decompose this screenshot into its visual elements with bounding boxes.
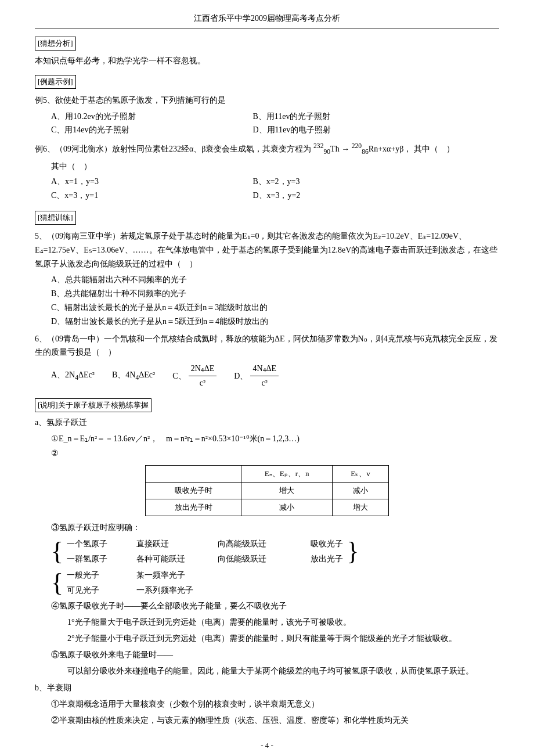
brace-group1-content: 一个氢原子 直接跃迁 向高能级跃迁 吸收光子 一群氢原子 各种可能跃迁 向低能级…	[67, 537, 343, 566]
brace-group2-content: 一般光子 某一频率光子 可见光子 一系列频率光子	[67, 568, 193, 597]
brace2-r2-c1: 可见光子	[67, 584, 113, 597]
note3: ③氢原子跃迁时应明确：	[51, 521, 499, 535]
note4-2: 2°光子能量小于电子跃迁到无穷远处（电离）需要的能量时，则只有能量等于两个能级差…	[67, 632, 499, 646]
brace-row1: 一个氢原子 直接跃迁 向高能级跃迁 吸收光子	[67, 537, 343, 551]
formula2: ②	[51, 447, 499, 460]
q6-option-c: C、x=3，y=1	[51, 189, 252, 203]
brace2-row2: 可见光子 一系列频率光子	[67, 584, 193, 597]
table-absorb-col3: 减小	[332, 483, 388, 499]
section-liti-label: [例题示例]	[35, 71, 499, 90]
q5-option-c: C、用14ev的光子照射	[51, 123, 252, 137]
q5-question: 例5、欲使处于基态的氢原子激发，下列措施可行的是	[35, 93, 499, 107]
train-q5-option-d: D、辐射出波长最长的光子是从n＝5跃迁到n＝4能级时放出的	[51, 315, 499, 329]
brace-group1: { 一个氢原子 直接跃迁 向高能级跃迁 吸收光子 一群氢原子 各种可能跃迁 向低…	[51, 537, 499, 566]
q6-opt-d: D、 4N₄ΔE c²	[234, 362, 279, 390]
page-title: 江西省乐平中学2009届物理高考考点分析	[35, 12, 499, 28]
b2: ②半衰期由核的性质来决定，与该元素的物理性质（状态、压强、温度、密度等）和化学性…	[51, 714, 499, 728]
table-col3: Eₖ、v	[332, 466, 388, 483]
q6-option-d: D、x=3，y=2	[252, 189, 454, 203]
note5: ⑤氢原子吸收外来电子能量时——	[51, 648, 499, 662]
b-label: b、半衰期	[35, 681, 499, 695]
brace-r1-c3: 向高能级跃迁	[218, 537, 287, 551]
b1: ①半衰期概念适用于大量核衰变（少数个别的核衰变时，谈半衰期无意义）	[51, 697, 499, 711]
train-q5-option-a: A、总共能辐射出六种不同频率的光子	[51, 273, 499, 287]
brace2-r2-c2: 一系列频率光子	[136, 584, 193, 597]
q5-option-b: B、用11ev的光子照射	[252, 110, 454, 124]
table-row-absorb: 吸收光子时 增大 减小	[146, 483, 389, 499]
section-caixiang-fenxi-label: [猜想分析]	[35, 33, 499, 52]
example-q5: 例5、欲使处于基态的氢原子激发，下列措施可行的是 A、用10.2ev的光子照射 …	[35, 93, 499, 137]
brace2-r1-c2: 某一频率光子	[136, 568, 185, 582]
brace-r1-c4: 吸收光子	[311, 537, 343, 551]
q6-opt-b: B、4N4ΔEc²	[112, 368, 155, 384]
brace-group2: { 一般光子 某一频率光子 可见光子 一系列频率光子	[51, 568, 499, 597]
train-q5: 5、（09海南三亚中学）若规定氢原子处于基态时的能量为E₁=0，则其它各激发态的…	[35, 229, 499, 329]
train-q5-option-c: C、辐射出波长最长的光子是从n＝4跃迁到n＝3能级时放出的	[51, 301, 499, 315]
brace-r2-c3: 向低能级跃迁	[218, 552, 287, 566]
section-caixiang-lianxi-label: [猜想训练]	[35, 207, 499, 226]
note4-1: 1°光子能量大于电子跃迁到无穷远处（电离）需要的能量时，该光子可被吸收。	[67, 615, 499, 629]
q6-opt-c: C、 2N₄ΔE c²	[172, 362, 217, 390]
caixiang-fenxi-text: 本知识点每年必考，和热学光学一样不容忽视。	[35, 54, 499, 68]
train-q6-text: 6、（09青岛一中）一个氘核和一个氘核结合成氦时，释放的核能为ΔE，阿伏加德罗常…	[35, 332, 499, 360]
table-absorb-col2: 增大	[241, 483, 333, 499]
brace-row2: 一群氢原子 各种可能跃迁 向低能级跃迁 放出光子	[67, 552, 343, 566]
train-q5-option-b: B、总共能辐射出十种不同频率的光子	[51, 287, 499, 301]
q6-options: A、x=1，y=3 B、x=2，y=3 C、x=3，y=1 D、x=3，y=2	[51, 175, 499, 203]
q5-options: A、用10.2ev的光子照射 B、用11ev的光子照射 C、用14ev的光子照射…	[51, 110, 499, 138]
table-col1	[146, 466, 241, 483]
example-q6: 例6、（09河北衡水）放射性同位素钍232经α、β衰变会生成氡，其衰变方程为 2…	[35, 141, 499, 203]
q5-option-a: A、用10.2ev的光子照射	[51, 110, 252, 124]
note5-text: 可以部分吸收外来碰撞电子的能量。因此，能量大于某两个能级差的电子均可被氢原子吸收…	[67, 664, 499, 678]
section-shuoming-label: [说明]关于原子核原子核熟练掌握	[35, 395, 499, 413]
q6-note: 其中（ ）	[51, 160, 499, 174]
left-brace-1: {	[51, 539, 63, 564]
q6-option-b: B、x=2，y=3	[252, 175, 454, 189]
brace-transition-section: { 一个氢原子 直接跃迁 向高能级跃迁 吸收光子 一群氢原子 各种可能跃迁 向低…	[51, 537, 499, 597]
brace-r2-c4: 放出光子	[311, 552, 343, 566]
table-col2: Eₙ、Eₚ、r、n	[241, 466, 333, 483]
energy-table: Eₙ、Eₚ、r、n Eₖ、v 吸收光子时 增大 减小 放出光子时 减小 增大	[145, 465, 389, 516]
brace2-row1: 一般光子 某一频率光子	[67, 568, 193, 582]
q6-question: 例6、（09河北衡水）放射性同位素钍232经α、β衰变会生成氡，其衰变方程为 2…	[35, 141, 499, 157]
brace2-r1-c1: 一般光子	[67, 568, 113, 582]
brace-r2-c2: 各种可能跃迁	[136, 552, 194, 566]
q6-opt-a: A、2N4ΔEc²	[51, 368, 95, 384]
train-q5-text: 5、（09海南三亚中学）若规定氢原子处于基态时的能量为E₁=0，则其它各激发态的…	[35, 229, 499, 271]
brace-r2-c1: 一群氢原子	[67, 552, 113, 566]
page-number: - 4 -	[35, 739, 499, 752]
table-emit-col2: 减小	[241, 499, 333, 516]
q6-equation: 23290Th → 22086Rn+xα+yβ，	[313, 145, 414, 153]
train-q6: 6、（09青岛一中）一个氘核和一个氘核结合成氦时，释放的核能为ΔE，阿伏加德罗常…	[35, 332, 499, 390]
note4: ④氢原子吸收光子时——要么全部吸收光子能量，要么不吸收光子	[51, 599, 499, 613]
left-brace-2: {	[51, 570, 63, 596]
train-q6-options: A、2N4ΔEc² B、4N4ΔEc² C、 2N₄ΔE c² D、 4N₄ΔE…	[51, 362, 499, 390]
q6-option-a: A、x=1，y=3	[51, 175, 252, 189]
brace-r1-c1: 一个氢原子	[67, 537, 113, 551]
table-row-emit: 放出光子时 减小 增大	[146, 499, 389, 516]
formula1: ①E_n＝E₁/n²＝－13.6ev／n²， m＝n²r₁＝n²×0.53×10…	[51, 432, 499, 446]
q5-option-d: D、用11ev的电子照射	[252, 123, 454, 137]
a-label: a、氢原子跃迁	[35, 416, 499, 430]
right-brace-1: }	[347, 539, 359, 564]
table-absorb-label: 吸收光子时	[146, 483, 241, 499]
table-emit-label: 放出光子时	[146, 499, 241, 516]
brace-r1-c2: 直接跃迁	[136, 537, 194, 551]
table-emit-col3: 增大	[332, 499, 388, 516]
